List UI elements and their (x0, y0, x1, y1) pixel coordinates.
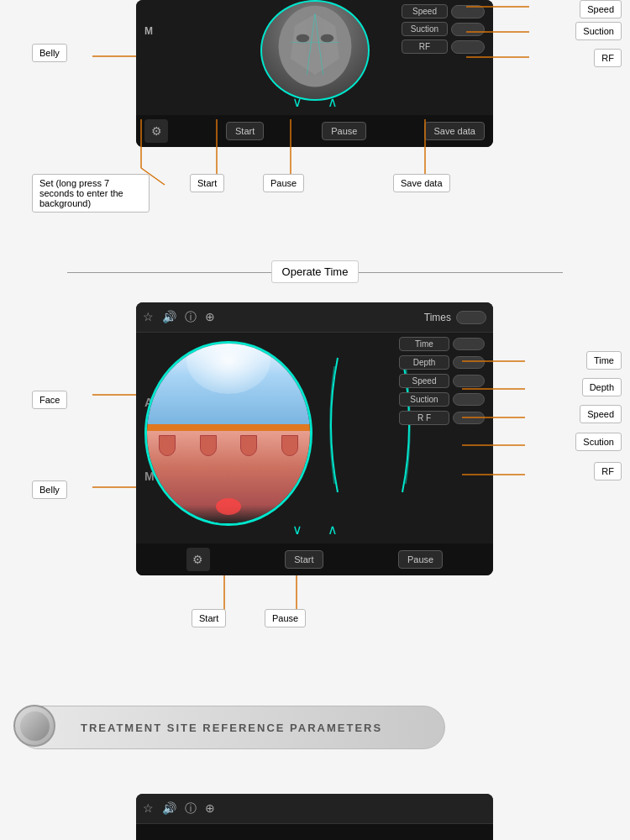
top-section: M Speed (0, 0, 630, 252)
circle-bottom-half (147, 431, 310, 523)
plus-icon-bottom[interactable]: ⊕ (205, 801, 215, 816)
skin-folds (147, 431, 310, 523)
suction-callout-top: Suction (575, 22, 622, 40)
time-callout: Time (586, 351, 622, 370)
fold-3 (240, 435, 257, 456)
times-label: Times (424, 312, 451, 323)
belly-callout-top: Belly (32, 44, 67, 62)
volume-icon-bottom[interactable]: 🔊 (162, 801, 176, 816)
ctrl-row-time: Time (399, 337, 485, 351)
face-circle-top (260, 0, 370, 101)
times-toggle[interactable] (456, 311, 486, 324)
indicator-m-top: M (144, 25, 153, 37)
belly-callout-mid: Belly (32, 480, 67, 499)
pause-callout-mid: Pause (265, 609, 306, 627)
set-callout: Set (long press 7 seconds to enter the b… (32, 174, 150, 213)
bottom-panel-section: ☆ 🔊 ⓘ ⊕ ... (0, 781, 630, 840)
speed-toggle-mid[interactable] (453, 375, 485, 387)
face-display-top: M Speed (136, 0, 493, 101)
suction-toggle-mid[interactable] (453, 393, 485, 406)
operate-time-label-wrap: Operate Time (0, 260, 630, 283)
star-icon-bottom[interactable]: ☆ (143, 801, 154, 816)
operate-time-section: Operate Time ☆ 🔊 ⓘ ⊕ Times A M (0, 260, 630, 664)
panel-controls-top: Speed Suction RF (402, 4, 485, 54)
ctrl-row-speed-top: Speed (402, 4, 485, 18)
icon-group: ☆ 🔊 ⓘ ⊕ (143, 310, 215, 325)
arrow-down-top[interactable]: ∨ (292, 94, 302, 110)
right-controls-mid: Time Depth Speed Suction R F (399, 337, 485, 425)
rf-btn-mid[interactable]: R F (399, 411, 449, 425)
rf-callout-mid: RF (594, 462, 622, 480)
arrow-row-top: ∨ ∧ (136, 92, 493, 112)
rf-callout-top: RF (594, 49, 622, 67)
suction-btn-mid[interactable]: Suction (399, 392, 449, 407)
treatment-section: TREATMENT SITE REFERENCE PARAMETERS (0, 672, 630, 781)
device-panel-mid: ☆ 🔊 ⓘ ⊕ Times A M (136, 302, 493, 575)
treatment-bar: TREATMENT SITE REFERENCE PARAMETERS (17, 706, 445, 749)
start-callout-mid: Start (192, 609, 226, 627)
ctrl-row-speed: Speed (399, 374, 485, 388)
ctrl-row-depth: Depth (399, 355, 485, 370)
mid-content: A M (136, 333, 493, 543)
speed-callout-mid: Speed (580, 405, 622, 423)
treatment-text: TREATMENT SITE REFERENCE PARAMETERS (81, 722, 382, 734)
device-panel-top: M Speed (136, 0, 493, 147)
circle-top-half (147, 344, 310, 424)
arrow-up-mid[interactable]: ∧ (328, 522, 338, 538)
save-btn-top[interactable]: Save data (424, 122, 485, 140)
top-icons-bar-bottom: ☆ 🔊 ⓘ ⊕ (136, 794, 493, 824)
suction-toggle-top[interactable] (451, 23, 485, 36)
time-btn[interactable]: Time (399, 337, 449, 351)
fold-4 (281, 435, 298, 456)
info-icon[interactable]: ⓘ (185, 310, 197, 325)
star-icon[interactable]: ☆ (143, 310, 154, 325)
gear-btn-top[interactable]: ⚙ (144, 119, 168, 143)
pause-btn-top[interactable]: Pause (322, 122, 366, 140)
treatment-icon (13, 705, 55, 747)
rf-btn-top[interactable]: RF (402, 39, 448, 54)
treatment-icon-inner (20, 711, 50, 741)
plus-icon[interactable]: ⊕ (205, 310, 215, 325)
scution-callout: Scution (575, 433, 622, 451)
device-panel-bottom: ☆ 🔊 ⓘ ⊕ ... (136, 794, 493, 840)
circle-divider (147, 424, 310, 431)
rf-toggle-mid[interactable] (453, 412, 485, 424)
speed-btn-top[interactable]: Speed (402, 4, 448, 18)
fold-1 (159, 435, 176, 456)
fold-2 (200, 435, 217, 456)
gear-btn-mid[interactable]: ⚙ (186, 548, 210, 571)
time-toggle[interactable] (453, 338, 485, 350)
depth-btn[interactable]: Depth (399, 355, 449, 370)
arrow-down-mid[interactable]: ∨ (292, 522, 302, 538)
teal-arcs-left (323, 341, 339, 509)
suction-btn-top[interactable]: Suction (402, 22, 448, 36)
depth-toggle[interactable] (453, 356, 485, 369)
pause-btn-mid[interactable]: Pause (398, 550, 443, 569)
start-callout-top: Start (190, 174, 224, 192)
svg-point-5 (320, 34, 333, 43)
ctrl-row-suction-top: Suction (402, 22, 485, 36)
speed-toggle-top[interactable] (451, 5, 485, 18)
arrow-up-top[interactable]: ∧ (328, 94, 338, 110)
volume-icon[interactable]: 🔊 (162, 310, 176, 325)
info-icon-bottom[interactable]: ⓘ (185, 801, 197, 816)
speed-btn-mid[interactable]: Speed (399, 374, 449, 388)
pause-callout-top: Pause (263, 174, 304, 192)
top-icons-bar: ☆ 🔊 ⓘ ⊕ Times (136, 302, 493, 333)
start-btn-mid[interactable]: Start (285, 550, 323, 569)
circle-display (144, 341, 312, 526)
operate-time-label: Operate Time (271, 260, 360, 283)
svg-point-4 (296, 34, 308, 43)
save-data-callout: Save data (393, 174, 450, 192)
set-label: Set (long press 7 seconds to enter the b… (39, 178, 123, 208)
start-btn-top[interactable]: Start (226, 122, 264, 140)
ctrl-row-rf-top: RF (402, 39, 485, 54)
face-callout: Face (32, 391, 67, 409)
bottom-bar-top: ⚙ Start Pause Save data (136, 115, 493, 147)
mid-arrows: ∨ ∧ (136, 519, 493, 540)
icon-group-bottom: ☆ 🔊 ⓘ ⊕ (143, 801, 215, 816)
depth-callout: Depth (582, 378, 622, 396)
speed-callout-top: Speed (580, 0, 622, 18)
ctrl-row-suction: Suction (399, 392, 485, 407)
rf-toggle-top[interactable] (451, 40, 485, 54)
